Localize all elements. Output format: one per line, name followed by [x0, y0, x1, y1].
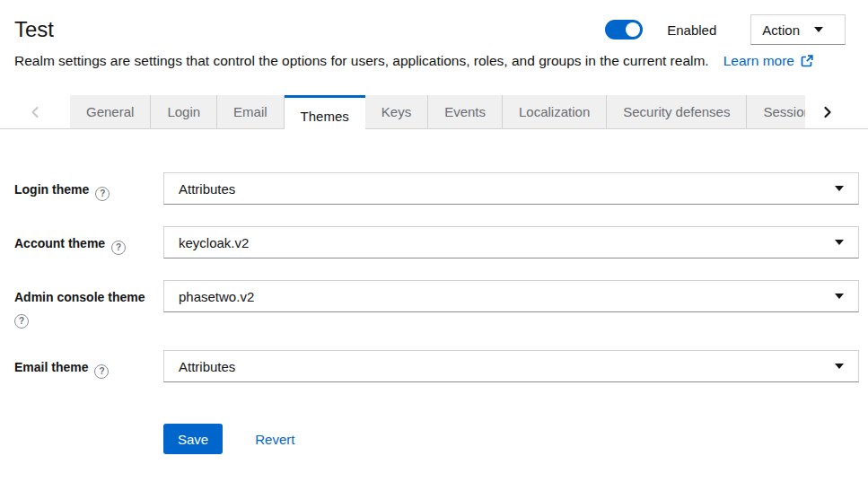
email-theme-label-cell: Email theme?: [14, 350, 153, 379]
realm-settings-page: Test Enabled Action Realm settings are s…: [0, 0, 868, 454]
tabs-scroll-left-button[interactable]: [0, 95, 70, 128]
login-theme-row: Login theme? Attributes: [14, 172, 859, 205]
header-description-row: Realm settings are settings that control…: [14, 52, 846, 70]
chevron-left-icon: [31, 105, 39, 119]
enabled-toggle[interactable]: [605, 20, 643, 39]
tab-localization[interactable]: Localization: [503, 95, 607, 128]
tabs-list: General Login Email Themes Keys Events L…: [70, 95, 805, 134]
enabled-toggle-label: Enabled: [667, 22, 716, 38]
account-theme-select[interactable]: keycloak.v2: [163, 226, 859, 259]
login-theme-value: Attributes: [179, 181, 235, 197]
page-header: Test Enabled Action Realm settings are s…: [0, 0, 868, 70]
account-theme-value: keycloak.v2: [179, 235, 249, 250]
learn-more-link[interactable]: Learn more: [723, 52, 813, 70]
account-theme-label-cell: Account theme?: [14, 226, 153, 255]
email-theme-value: Attributes: [179, 359, 235, 374]
admin-console-theme-label: Admin console theme: [14, 290, 145, 304]
login-theme-label: Login theme: [14, 182, 89, 197]
help-icon[interactable]: ?: [111, 241, 126, 255]
chevron-down-icon: [835, 186, 844, 191]
revert-button[interactable]: Revert: [255, 432, 294, 447]
chevron-down-icon: [835, 240, 844, 245]
external-link-icon: [801, 55, 813, 67]
email-theme-label: Email theme: [14, 360, 88, 374]
tab-login[interactable]: Login: [151, 95, 217, 128]
login-theme-select[interactable]: Attributes: [163, 172, 859, 205]
tab-keys[interactable]: Keys: [365, 95, 428, 128]
admin-console-theme-select[interactable]: phasetwo.v2: [163, 280, 859, 312]
page-description: Realm settings are settings that control…: [14, 52, 709, 70]
learn-more-label: Learn more: [723, 52, 794, 70]
themes-form: Login theme? Attributes Account theme? k…: [14, 172, 859, 454]
login-theme-label-cell: Login theme?: [14, 172, 153, 201]
account-theme-label: Account theme: [14, 236, 105, 250]
page-title: Test: [14, 16, 54, 43]
tab-themes[interactable]: Themes: [285, 95, 365, 134]
help-icon[interactable]: ?: [95, 187, 110, 201]
tab-events[interactable]: Events: [428, 95, 503, 128]
tab-general[interactable]: General: [70, 95, 151, 128]
save-button[interactable]: Save: [163, 424, 223, 454]
header-controls: Enabled Action: [605, 14, 846, 45]
toggle-knob-icon: [626, 22, 640, 37]
form-actions: Save Revert: [163, 424, 859, 454]
chevron-down-icon: [835, 294, 844, 299]
tabs-scroll-right-button[interactable]: [805, 95, 850, 128]
help-icon[interactable]: ?: [94, 364, 109, 379]
chevron-down-icon: [814, 27, 823, 32]
email-theme-row: Email theme? Attributes: [14, 350, 859, 382]
admin-console-theme-row: Admin console theme? phasetwo.v2: [14, 280, 859, 329]
tab-bar: General Login Email Themes Keys Events L…: [0, 95, 868, 129]
admin-console-theme-label-cell: Admin console theme?: [14, 280, 153, 329]
help-icon[interactable]: ?: [14, 314, 29, 329]
account-theme-row: Account theme? keycloak.v2: [14, 226, 859, 259]
action-menu-button[interactable]: Action: [750, 14, 846, 45]
chevron-right-icon: [823, 105, 832, 119]
tab-email[interactable]: Email: [217, 95, 285, 128]
action-menu-label: Action: [762, 22, 800, 38]
tab-sessions[interactable]: Sessions: [747, 95, 805, 128]
chevron-down-icon: [835, 364, 844, 369]
header-top-row: Test Enabled Action: [14, 14, 846, 45]
email-theme-select[interactable]: Attributes: [163, 350, 859, 382]
admin-console-theme-value: phasetwo.v2: [179, 289, 254, 304]
tab-security-defenses[interactable]: Security defenses: [607, 95, 747, 128]
